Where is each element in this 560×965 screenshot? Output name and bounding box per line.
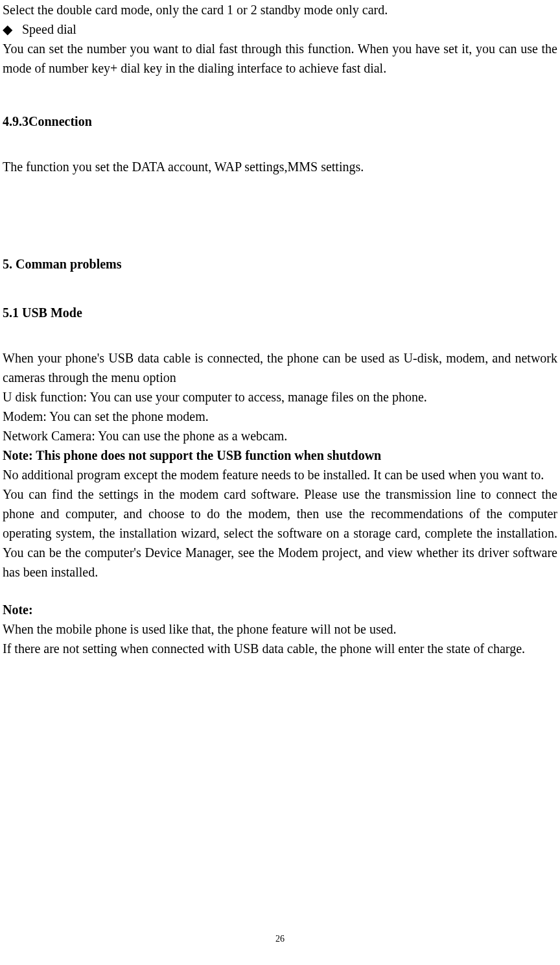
bullet-speed-dial: ◆ Speed dial [3,19,557,39]
connection-body: The function you set the DATA account, W… [3,157,557,176]
usb-para1: When your phone's USB data cable is conn… [3,348,557,387]
usb-para5: No additional program except the modem f… [3,465,557,484]
note-label: Note: [3,600,557,619]
heading-common-problems: 5. Comman problems [3,254,557,274]
usb-para6: You can find the settings in the modem c… [3,484,557,582]
note-line1: When the mobile phone is used like that,… [3,619,557,639]
note-line2: If there are not setting when connected … [3,639,557,658]
diamond-bullet-icon: ◆ [3,19,12,39]
heading-usb-mode: 5.1 USB Mode [3,303,557,322]
speed-dial-paragraph: You can set the number you want to dial … [3,39,557,78]
usb-para4: Network Camera: You can use the phone as… [3,426,557,446]
intro-line: Select the double card mode, only the ca… [3,0,557,19]
usb-para3: Modem: You can set the phone modem. [3,407,557,426]
bullet-label: Speed dial [22,19,76,39]
heading-connection: 4.9.3Connection [3,112,557,131]
usb-note-bold: Note: This phone does not support the US… [3,446,557,465]
usb-para2: U disk function: You can use your comput… [3,387,557,407]
page-number: 26 [0,932,560,946]
